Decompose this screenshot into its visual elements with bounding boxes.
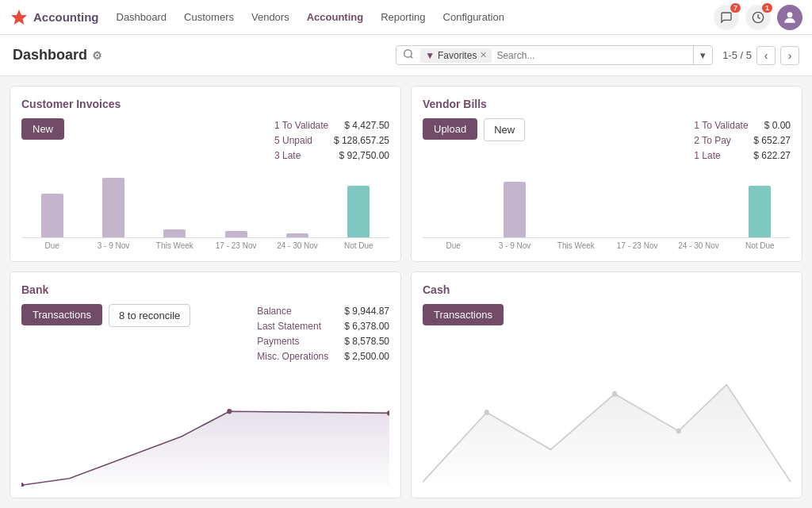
bar-label-5: Not Due [328, 241, 389, 250]
bar-4 [286, 233, 308, 237]
messages-badge: 7 [730, 3, 741, 13]
cash-chart-svg [423, 338, 791, 487]
vendor-bills-upload-button[interactable]: Upload [423, 118, 477, 140]
activity-badge: 1 [762, 3, 772, 13]
bar-group-4 [266, 175, 327, 237]
bar-0 [41, 194, 63, 237]
bank-stat-value-0: $ 9,944.87 [344, 304, 389, 319]
vb-stat-label-1[interactable]: 2 To Pay [694, 133, 730, 148]
stat-row-1: 5 Unpaid $ 128,657.25 [274, 133, 389, 148]
messages-icon [720, 11, 733, 24]
vb-stat-value-1: $ 652.27 [753, 133, 791, 148]
main-content: Customer Invoices New 1 To Validate $ 4,… [0, 76, 812, 508]
bank-line-chart [21, 378, 389, 487]
filter-icon: ▼ [425, 50, 435, 61]
subbar: Dashboard ⚙ ▼ Favorites ✕ ▾ 1-5 / 5 ‹ › [0, 35, 812, 76]
bank-stat-label-3[interactable]: Misc. Operations [257, 349, 328, 364]
cash-transactions-button[interactable]: Transactions [423, 304, 504, 325]
page-title-area: Dashboard ⚙ [13, 47, 102, 64]
top-navigation: Accounting Dashboard Customers Vendors A… [0, 0, 812, 35]
bank-stat-label-1[interactable]: Last Statement [257, 319, 321, 334]
svg-point-10 [676, 428, 681, 433]
filter-remove-button[interactable]: ✕ [480, 50, 487, 60]
customer-invoices-new-button[interactable]: New [21, 118, 64, 140]
prev-page-button[interactable]: ‹ [756, 46, 776, 65]
cash-title: Cash [423, 283, 791, 296]
vb-bar-label-5: Not Due [730, 241, 791, 250]
bar-group-3 [205, 175, 266, 237]
vb-bar-group-5 [730, 175, 791, 237]
user-avatar[interactable] [777, 5, 802, 30]
bank-stat-row-3: Misc. Operations $ 2,500.00 [257, 349, 389, 364]
bank-card: Bank Transactions 8 to reconcile Balance… [10, 271, 401, 498]
stat-label-1[interactable]: 5 Unpaid [274, 133, 312, 148]
customer-invoices-stats: 1 To Validate $ 4,427.50 5 Unpaid $ 128,… [274, 118, 389, 164]
avatar-icon [782, 10, 798, 25]
vendor-bills-title: Vendor Bills [423, 98, 791, 110]
svg-point-9 [612, 391, 617, 397]
vb-bars-container [423, 175, 791, 238]
bank-actions: Transactions 8 to reconcile Balance $ 9,… [21, 304, 389, 365]
search-icon [396, 48, 420, 62]
bank-stats: Balance $ 9,944.87 Last Statement $ 6,37… [257, 304, 389, 365]
bank-transactions-button[interactable]: Transactions [21, 304, 102, 325]
page-title: Dashboard [13, 47, 87, 64]
stat-label-0[interactable]: 1 To Validate [274, 118, 328, 133]
bar-group-5 [328, 175, 389, 237]
vb-stat-label-0[interactable]: 1 To Validate [694, 118, 748, 133]
bank-stat-label-2[interactable]: Payments [257, 334, 299, 349]
bar-5 [347, 186, 370, 237]
bank-stat-value-1: $ 6,378.00 [344, 319, 389, 334]
bank-stat-row-0: Balance $ 9,944.87 [257, 304, 389, 319]
nav-customers[interactable]: Customers [176, 6, 242, 28]
filter-tag: ▼ Favorites ✕ [420, 48, 492, 63]
cash-line-chart [423, 338, 791, 487]
nav-vendors[interactable]: Vendors [243, 6, 297, 28]
bar-1 [102, 178, 124, 237]
nav-reporting[interactable]: Reporting [373, 6, 433, 28]
bank-chart-svg [21, 378, 389, 487]
vb-bar-1 [504, 182, 526, 237]
svg-line-4 [411, 56, 413, 59]
vendor-bills-actions: Upload New 1 To Validate $ 0.00 2 To Pay… [423, 118, 791, 164]
bar-3 [225, 231, 247, 237]
stat-value-0: $ 4,427.50 [344, 118, 389, 133]
stat-label-2[interactable]: 3 Late [274, 148, 301, 164]
bar-labels: Due 3 - 9 Nov This Week 17 - 23 Nov 24 -… [21, 241, 389, 250]
vendor-bills-stats: 1 To Validate $ 0.00 2 To Pay $ 652.27 1… [694, 118, 791, 164]
nav-configuration[interactable]: Configuration [435, 6, 512, 28]
bar-group-2 [144, 175, 205, 237]
vb-stat-label-2[interactable]: 1 Late [694, 148, 720, 164]
search-input[interactable] [492, 47, 693, 64]
messages-button[interactable]: 7 [714, 5, 739, 30]
activity-button[interactable]: 1 [745, 5, 771, 30]
vendor-bills-new-button[interactable]: New [484, 118, 525, 141]
vendor-bills-card: Vendor Bills Upload New 1 To Validate $ … [411, 86, 802, 262]
vb-bar-labels: Due 3 - 9 Nov This Week 17 - 23 Nov 24 -… [423, 241, 791, 250]
bank-stat-label-0[interactable]: Balance [257, 304, 291, 319]
bar-group-0 [21, 175, 82, 237]
customer-invoices-actions: New 1 To Validate $ 4,427.50 5 Unpaid $ … [21, 118, 389, 164]
pagination: 1-5 / 5 ‹ › [722, 46, 799, 65]
search-dropdown-button[interactable]: ▾ [693, 46, 712, 64]
vb-stat-row-1: 2 To Pay $ 652.27 [694, 133, 791, 148]
bank-stat-value-3: $ 2,500.00 [344, 349, 389, 364]
nav-accounting[interactable]: Accounting [299, 6, 372, 28]
bar-label-1: 3 - 9 Nov [82, 241, 144, 250]
vb-bar-label-4: 24 - 30 Nov [668, 241, 729, 250]
stat-value-1: $ 128,657.25 [334, 133, 389, 148]
customer-invoices-card: Customer Invoices New 1 To Validate $ 4,… [10, 86, 401, 262]
nav-dashboard[interactable]: Dashboard [109, 6, 175, 28]
app-logo[interactable]: Accounting [10, 8, 99, 27]
bar-label-2: This Week [144, 241, 205, 250]
svg-point-6 [227, 409, 232, 414]
vb-stat-value-2: $ 622.27 [753, 148, 791, 164]
next-page-button[interactable]: › [780, 46, 799, 65]
bank-reconcile-button[interactable]: 8 to reconcile [109, 304, 190, 327]
bar-2 [163, 229, 186, 237]
svg-marker-0 [11, 10, 27, 25]
svg-point-5 [21, 483, 24, 487]
settings-icon[interactable]: ⚙ [92, 49, 102, 62]
bank-stat-value-2: $ 8,578.50 [344, 334, 389, 349]
svg-point-2 [787, 12, 793, 17]
